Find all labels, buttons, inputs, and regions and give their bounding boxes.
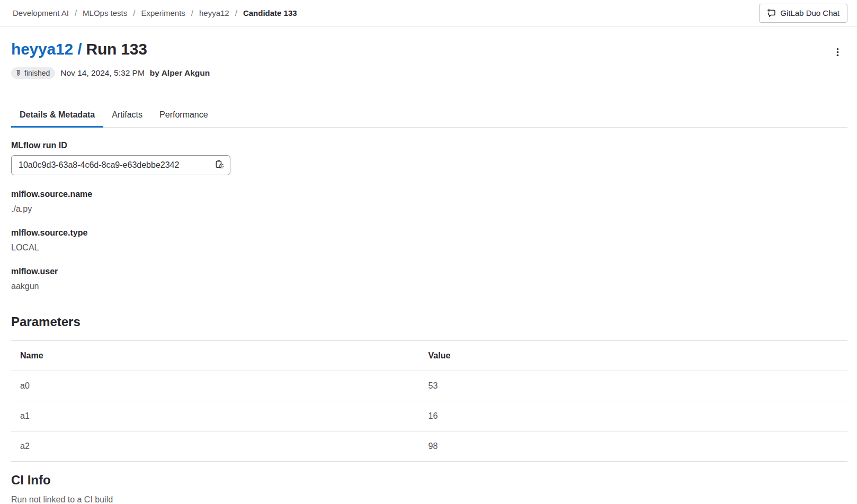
ci-info-heading: CI Info	[11, 473, 847, 488]
status-badge-label: finished	[24, 69, 50, 77]
duo-chat-label: GitLab Duo Chat	[780, 8, 840, 17]
breadcrumb-item-heyya12[interactable]: heyya12	[199, 8, 229, 17]
table-header-row: Name Value	[11, 341, 847, 371]
table-row: a0 53	[11, 371, 847, 401]
param-name: a1	[11, 401, 419, 431]
ci-info-message: Run not linked to a CI build	[11, 495, 847, 504]
metadata-value-source-name: ./a.py	[11, 204, 847, 214]
run-id-field	[11, 155, 230, 175]
breadcrumb-item-experiments[interactable]: Experiments	[141, 8, 185, 17]
tab-performance[interactable]: Performance	[151, 104, 217, 128]
breadcrumb-separator: /	[191, 8, 193, 17]
run-id-label: MLflow run ID	[11, 141, 847, 150]
metadata-label-source-type: mlflow.source.type	[11, 228, 847, 238]
parameters-heading: Parameters	[11, 314, 847, 329]
breadcrumb-item-mlops-tests[interactable]: MLOps tests	[83, 8, 127, 17]
run-title-text: Run 133	[86, 40, 147, 58]
more-actions-button[interactable]	[830, 44, 845, 61]
table-row: a2 98	[11, 431, 847, 462]
breadcrumb-item-current-candidate: Candidate 133	[243, 8, 297, 17]
breadcrumb-separator: /	[235, 8, 237, 17]
table-row: a1 16	[11, 401, 847, 431]
run-meta-row: finished Nov 14, 2024, 5:32 PM by Alper …	[11, 67, 847, 79]
ci-info-section: CI Info Run not linked to a CI build	[11, 473, 847, 504]
title-row: heyya12 / Run 133	[11, 39, 847, 61]
metadata-label-user: mlflow.user	[11, 267, 847, 276]
breadcrumb-item-development-ai[interactable]: Development AI	[13, 8, 69, 17]
breadcrumb-separator: /	[133, 8, 135, 17]
experiment-title-link[interactable]: heyya12 /	[11, 40, 82, 58]
run-tabs: Details & Metadata Artifacts Performance	[11, 104, 847, 128]
breadcrumb-bar: Development AI / MLOps tests / Experimen…	[0, 0, 857, 26]
param-name: a2	[11, 431, 419, 462]
tab-details-metadata[interactable]: Details & Metadata	[11, 104, 103, 128]
param-value: 16	[419, 401, 847, 431]
parameters-section: Parameters Name Value a0 53 a1 16 a2	[11, 314, 847, 462]
metadata-label-source-name: mlflow.source.name	[11, 190, 847, 199]
details-metadata-section: MLflow run ID mlflow.source.name ./a.py …	[11, 141, 847, 291]
duo-chat-icon	[767, 8, 776, 17]
copy-run-id-button[interactable]	[214, 159, 225, 172]
tab-artifacts[interactable]: Artifacts	[103, 104, 151, 128]
test-tube-icon	[15, 69, 22, 77]
column-header-value: Value	[419, 341, 847, 371]
param-value: 53	[419, 371, 847, 401]
parameters-table: Name Value a0 53 a1 16 a2 98	[11, 340, 847, 462]
vertical-ellipsis-icon	[833, 48, 842, 58]
gitlab-duo-chat-button[interactable]: GitLab Duo Chat	[759, 4, 847, 23]
breadcrumb-separator: /	[75, 8, 77, 17]
metadata-value-source-type: LOCAL	[11, 243, 847, 253]
page-title: heyya12 / Run 133	[11, 39, 147, 59]
run-author: by Alper Akgun	[150, 68, 210, 78]
copy-to-clipboard-icon	[215, 160, 224, 170]
metadata-value-user: aakgun	[11, 282, 847, 291]
param-value: 98	[419, 431, 847, 462]
param-name: a0	[11, 371, 419, 401]
breadcrumb: Development AI / MLOps tests / Experimen…	[13, 8, 297, 17]
run-detail-page: heyya12 / Run 133 finished Nov 14, 2024,…	[0, 39, 857, 504]
column-header-name: Name	[11, 341, 419, 371]
run-id-input[interactable]	[19, 160, 211, 170]
run-timestamp: Nov 14, 2024, 5:32 PM	[60, 68, 145, 78]
status-badge: finished	[11, 67, 55, 79]
